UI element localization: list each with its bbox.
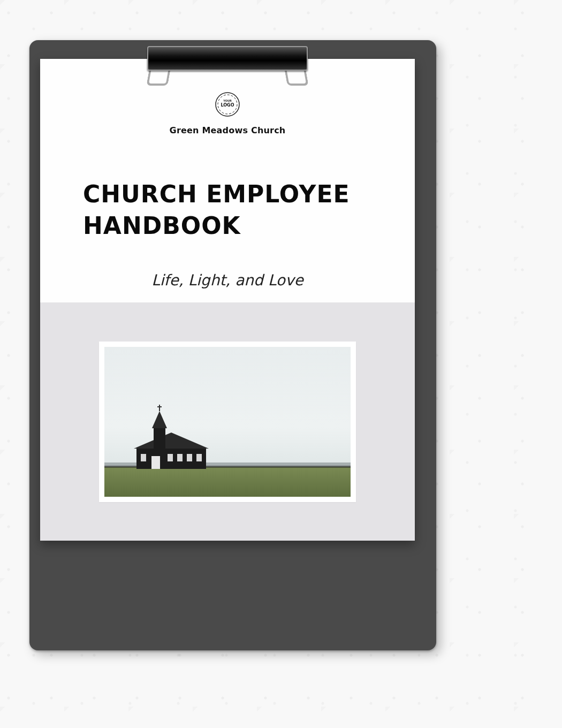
title-line-2: HANDBOOK	[83, 212, 241, 239]
svg-rect-8	[154, 427, 165, 449]
photo-frame	[99, 342, 356, 502]
svg-rect-4	[104, 467, 351, 497]
svg-rect-16	[196, 454, 202, 461]
logo-text-main: LOGO	[221, 103, 234, 108]
page-header-section: YOUR LOGO Green Meadows Church CHURCH EM…	[40, 59, 415, 302]
title-line-1: CHURCH EMPLOYEE	[83, 180, 350, 208]
document-page: YOUR LOGO Green Meadows Church CHURCH EM…	[40, 59, 415, 541]
document-title: CHURCH EMPLOYEE HANDBOOK	[83, 178, 372, 242]
svg-rect-12	[151, 456, 160, 469]
svg-rect-17	[141, 454, 146, 461]
page-image-section	[40, 302, 415, 541]
svg-rect-13	[168, 454, 173, 461]
logo-text-top: YOUR	[223, 99, 232, 102]
church-photo	[104, 347, 351, 497]
clipboard-clip-bar	[147, 46, 308, 71]
organization-name: Green Meadows Church	[83, 125, 372, 135]
logo-placeholder-icon: YOUR LOGO	[214, 91, 241, 120]
document-tagline: Life, Light, and Love	[83, 271, 372, 289]
svg-rect-14	[177, 454, 183, 461]
logo-container: YOUR LOGO	[83, 91, 372, 120]
svg-rect-15	[187, 454, 192, 461]
